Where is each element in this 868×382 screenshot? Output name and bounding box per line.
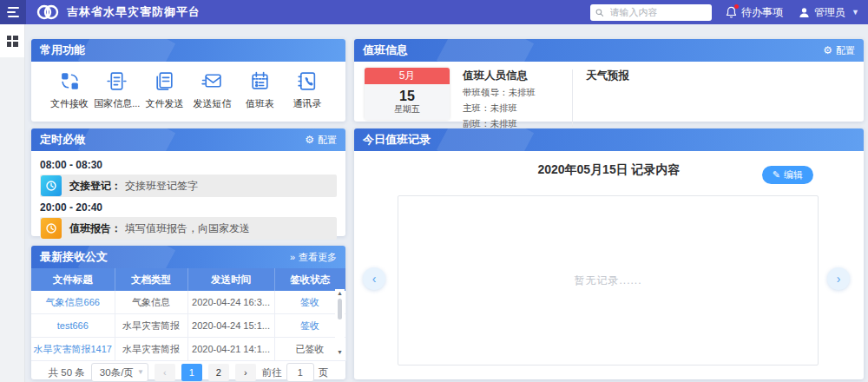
tasks-config-button[interactable]: ⚙ 配置: [305, 134, 337, 147]
sidebar-dashboard-item[interactable]: [0, 24, 24, 57]
table-row: 气象信息666 气象信息 2020-04-24 16:3... 签收: [31, 291, 345, 314]
file-receive-icon: [58, 69, 82, 93]
total-count-label: 共 50 条: [49, 366, 85, 379]
scroll-up-icon[interactable]: ▲: [337, 289, 343, 298]
app-title: 吉林省水旱灾害防御平台: [67, 4, 201, 20]
page-button-1[interactable]: 1: [181, 364, 202, 381]
search-input[interactable]: [608, 6, 707, 18]
user-icon: [799, 7, 810, 18]
today-record-header: 今日值班记录: [354, 128, 864, 151]
col-sign-status: 签收状态: [274, 268, 345, 291]
menu-toggle-icon[interactable]: [0, 0, 26, 24]
report-clock-icon: [41, 218, 62, 239]
prev-day-button[interactable]: ‹: [363, 267, 385, 290]
doc-type-cell: 水旱灾害简报: [115, 314, 187, 338]
edit-record-button[interactable]: ✎ 编辑: [762, 166, 813, 184]
duty-config-button[interactable]: ⚙ 配置: [823, 44, 855, 57]
record-content-box: 暂无记录......: [398, 195, 819, 366]
sign-action-link[interactable]: 签收: [300, 297, 319, 307]
panel-title: 定时必做: [40, 132, 85, 148]
todo-items-button[interactable]: 待办事项: [726, 5, 783, 20]
next-page-button[interactable]: ›: [235, 364, 256, 381]
personnel-line: 带班领导：未排班: [463, 87, 565, 99]
doc-type-cell: 气象信息: [115, 291, 187, 314]
func-label: 通讯录: [293, 97, 321, 110]
user-menu[interactable]: 管理员 ▼: [799, 5, 859, 20]
func-label: 文件接收: [50, 97, 89, 110]
scheduled-tasks-header: 定时必做 ⚙ 配置: [31, 128, 345, 151]
next-day-button[interactable]: ›: [827, 267, 850, 290]
col-doc-type: 文档类型: [115, 268, 187, 291]
task-name: 值班报告：: [69, 221, 122, 236]
common-functions-header: 常用功能: [31, 39, 345, 62]
task-time: 08:00 - 08:30: [40, 159, 337, 171]
double-chevron-icon: »: [290, 252, 295, 262]
calendar-day: 15: [399, 89, 415, 104]
doc-time-cell: 2020-04-21 14:1...: [187, 338, 274, 361]
page-unit-label: 页: [319, 366, 329, 379]
task-item-report[interactable]: 值班报告： 填写值班报告，向国家发送: [40, 217, 337, 240]
file-send-icon: [153, 69, 176, 93]
doc-time-cell: 2020-04-24 15:1...: [187, 314, 274, 338]
func-file-receive[interactable]: 文件接收: [47, 69, 92, 110]
notification-dot: [734, 4, 739, 9]
duty-schedule-icon: [248, 69, 272, 93]
vertical-divider: [572, 69, 573, 127]
panel-title: 今日值班记录: [363, 132, 431, 148]
func-label: 值班表: [246, 97, 274, 110]
task-desc: 填写值班报告，向国家发送: [125, 221, 250, 236]
dashboard-grid-icon: [7, 36, 18, 47]
doc-title-link[interactable]: 气象信息666: [46, 297, 100, 307]
duty-info-panel: 值班信息 ⚙ 配置 5月 15 星期五 值班人员信息 带班领导：未排班 主班：未…: [354, 39, 864, 122]
calendar-month: 5月: [365, 68, 450, 84]
weather-title: 天气预报: [586, 69, 629, 83]
scrollbar-thumb[interactable]: [338, 299, 342, 319]
prev-page-button[interactable]: ‹: [155, 364, 175, 381]
table-row: 水旱灾害简报1417 水旱灾害简报 2020-04-21 14:1... 已签收: [31, 338, 345, 361]
global-search[interactable]: [590, 4, 712, 21]
left-sidebar: [0, 24, 25, 382]
doc-title-link[interactable]: test666: [57, 320, 89, 331]
todo-items-label: 待办事项: [741, 5, 783, 20]
user-name-label: 管理员: [814, 5, 845, 20]
view-more-link[interactable]: » 查看更多: [290, 251, 337, 264]
chevron-down-icon: ▼: [852, 8, 859, 16]
func-send-sms[interactable]: 发送短信: [189, 69, 234, 110]
doc-time-cell: 2020-04-24 16:3...: [187, 291, 274, 314]
task-desc: 交接班登记签字: [125, 179, 198, 194]
doc-type-cell: 水旱灾害简报: [115, 338, 187, 361]
national-info-icon: [105, 69, 128, 93]
contacts-icon: [295, 69, 319, 93]
scroll-down-icon[interactable]: ▼: [337, 348, 343, 357]
func-national-info[interactable]: 国家信息...: [95, 69, 140, 110]
table-row: test666 水旱灾害简报 2020-04-24 15:1... 签收: [31, 314, 345, 338]
task-item-handover[interactable]: 交接登记： 交接班登记签字: [40, 175, 337, 197]
func-duty-schedule[interactable]: 值班表: [237, 69, 282, 110]
pencil-icon: ✎: [773, 169, 780, 181]
func-label: 文件发送: [146, 97, 184, 110]
send-sms-icon: [201, 69, 224, 93]
doc-title-link[interactable]: 水旱灾害简报1417: [34, 344, 112, 354]
goto-page-input[interactable]: [286, 363, 314, 382]
scheduled-tasks-panel: 定时必做 ⚙ 配置 08:00 - 08:30 交接登记： 交接班登记签字 20…: [31, 128, 345, 236]
goto-label: 前往: [262, 366, 282, 379]
table-scrollbar[interactable]: ▲ ▼: [335, 289, 345, 357]
col-file-title: 文件标题: [31, 268, 115, 291]
func-file-send[interactable]: 文件发送: [142, 69, 187, 110]
common-functions-panel: 常用功能 文件接收 国家信息... 文: [31, 39, 345, 122]
page-size-select[interactable]: 30条/页 ▼: [91, 363, 148, 382]
func-contacts[interactable]: 通讯录: [285, 69, 330, 110]
panel-title: 常用功能: [40, 43, 85, 58]
gear-icon: ⚙: [305, 135, 314, 145]
gear-icon: ⚙: [823, 45, 832, 56]
sign-action-link[interactable]: 签收: [300, 320, 319, 331]
empty-record-text: 暂无记录......: [574, 273, 641, 288]
chevron-down-icon: ▼: [137, 364, 144, 381]
task-name: 交接登记：: [69, 179, 122, 194]
duty-date-card: 5月 15 星期五: [365, 68, 450, 120]
latest-documents-panel: 最新接收公文 » 查看更多 文件标题 文档类型 发送时间 签收状态 气象信息66…: [31, 246, 345, 379]
documents-table: 文件标题 文档类型 发送时间 签收状态 气象信息666 气象信息 2020-04…: [31, 268, 346, 361]
pagination-bar: 共 50 条 30条/页 ▼ ‹ 1 2 › 前往 页: [31, 361, 345, 382]
top-navigation-bar: 吉林省水旱灾害防御平台 待办事项 管理员 ▼: [0, 0, 868, 24]
page-button-2[interactable]: 2: [208, 364, 229, 381]
